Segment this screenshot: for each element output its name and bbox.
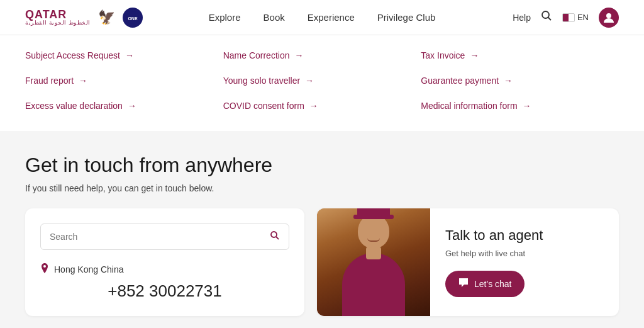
wings-icon: 🦅 [98,9,115,26]
svg-point-7 [43,265,46,268]
arrow-icon: → [305,76,314,86]
section-subtitle: If you still need help, you can get in t… [25,183,619,193]
arrow-icon: → [523,101,531,111]
agent-subtitle: Get help with live chat [445,249,604,258]
arrow-icon: → [470,50,479,60]
location-text: Hong Kong China [54,264,124,274]
user-avatar[interactable] [599,8,619,28]
chat-icon [458,277,469,291]
agent-title: Talk to an agent [445,227,604,244]
arrow-icon: → [125,50,134,60]
arrow-icon: → [504,76,513,86]
search-input-wrapper[interactable] [40,223,289,250]
arrow-icon: → [294,50,303,60]
agent-info: Talk to an agent Get help with live chat… [430,208,619,316]
svg-point-5 [271,232,277,237]
language-selector[interactable]: EN [562,13,589,22]
svg-text:ONE: ONE [128,16,138,21]
link-text: Excess value declaration [25,101,123,111]
search-icon[interactable] [270,230,280,243]
link-covid-consent-form[interactable]: COVID consent form → [223,93,421,118]
link-tax-invoice[interactable]: Tax Invoice → [421,43,619,68]
svg-point-2 [542,11,549,18]
cards-row: Hong Kong China +852 30022731 [25,208,619,316]
logo: QATAR الخطوط الجوية القطرية [25,9,91,26]
link-text: Guarantee payment [421,76,499,86]
main-nav: Explore Book Experience Privilege Club [209,12,436,23]
link-name-correction[interactable]: Name Correction → [223,43,421,68]
link-subject-access-request[interactable]: Subject Access Request → [25,43,223,68]
agent-image [317,208,430,316]
link-medical-information-form[interactable]: Medical information form → [421,93,619,118]
nav-experience[interactable]: Experience [308,12,355,23]
links-grid: Subject Access Request → Name Correction… [25,43,619,118]
svg-point-4 [606,13,611,18]
link-guarantee-payment[interactable]: Guarantee payment → [421,68,619,93]
chat-button-label: Let's chat [474,279,512,289]
oryx-badge: ONE [123,8,143,28]
svg-line-6 [276,237,279,239]
link-text: Medical information form [421,101,517,111]
link-excess-value-declaration[interactable]: Excess value declaration → [25,93,223,118]
nav-privilege-club[interactable]: Privilege Club [377,12,436,23]
arrow-icon: → [79,76,87,86]
logo-area: QATAR الخطوط الجوية القطرية 🦅 ONE [25,8,143,28]
agent-card: Talk to an agent Get help with live chat… [317,208,619,316]
search-icon[interactable] [541,10,552,25]
link-text: Name Correction [223,50,290,60]
location-row: Hong Kong China [40,263,289,276]
link-young-solo-traveller[interactable]: Young solo traveller → [223,68,421,93]
links-section: Subject Access Request → Name Correction… [0,35,644,131]
help-link[interactable]: Help [513,13,531,23]
link-fraud-report[interactable]: Fraud report → [25,68,223,93]
link-text: Fraud report [25,76,74,86]
location-icon [40,263,49,276]
link-text: Tax Invoice [421,50,465,60]
nav-book[interactable]: Book [264,12,285,23]
svg-line-3 [548,18,551,21]
link-text: COVID consent form [223,101,304,111]
link-text: Young solo traveller [223,76,300,86]
logo-brand-name: QATAR [25,9,91,20]
search-input[interactable] [50,232,265,242]
link-text: Subject Access Request [25,50,120,60]
flag-icon [562,13,575,22]
search-card: Hong Kong China +852 30022731 [25,208,304,316]
header: QATAR الخطوط الجوية القطرية 🦅 ONE Explor… [0,0,644,35]
lang-label: EN [577,13,589,22]
logo-arabic: الخطوط الجوية القطرية [25,20,91,26]
phone-number: +852 30022731 [40,281,289,301]
arrow-icon: → [128,101,136,111]
arrow-icon: → [309,101,318,111]
chat-button[interactable]: Let's chat [445,271,525,297]
section-title: Get in touch from anywhere [25,154,619,177]
header-actions: Help EN [513,8,619,28]
nav-explore[interactable]: Explore [209,12,241,23]
get-in-touch-section: Get in touch from anywhere If you still … [0,131,644,328]
